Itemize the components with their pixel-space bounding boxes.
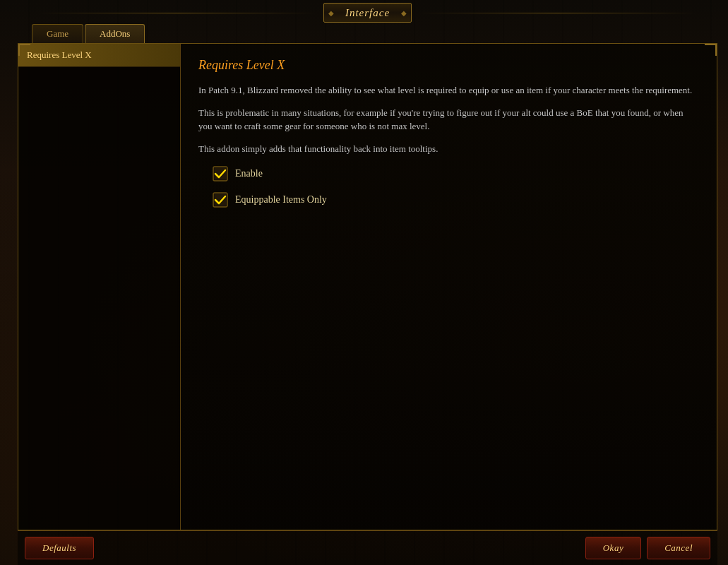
tab-addons[interactable]: AddOns [85,24,145,43]
window-title: Interface [345,7,390,18]
panel-desc-1: In Patch 9.1, Blizzard removed the abili… [198,83,699,97]
panel-desc-2: This is problematic in many situations, … [198,106,699,133]
checkbox-enable-icon [213,166,228,182]
defaults-button[interactable]: Defaults [25,537,94,559]
bottom-bar: Defaults Okay Cancel [18,530,717,565]
checkbox-enable[interactable]: Enable [213,166,699,182]
title-line-left [39,13,316,13]
checkbox-equippable-label: Equippable Items Only [235,194,327,206]
panel-desc-3: This addon simply adds that functionalit… [198,142,699,156]
checkbox-enable-label: Enable [235,168,263,179]
cancel-button[interactable]: Cancel [647,537,710,559]
title-bar: Interface [18,0,717,24]
interface-window: Interface Game AddOns Requires Level X R… [18,0,717,565]
okay-button[interactable]: Okay [585,537,641,559]
sidebar: Requires Level X [18,44,181,530]
checkbox-equippable-icon [213,192,228,208]
tab-row: Game AddOns [18,24,717,43]
main-area: Requires Level X Requires Level X In Pat… [18,43,717,530]
tab-game[interactable]: Game [32,24,83,43]
confirm-buttons: Okay Cancel [585,537,710,559]
title-frame: Interface [323,3,412,23]
title-line-right [419,13,696,13]
checkbox-equippable-items-only[interactable]: Equippable Items Only [213,192,699,208]
sidebar-item-requires-level-x[interactable]: Requires Level X [18,44,180,67]
panel-title: Requires Level X [198,58,699,73]
content-panel: Requires Level X In Patch 9.1, Blizzard … [181,44,717,530]
